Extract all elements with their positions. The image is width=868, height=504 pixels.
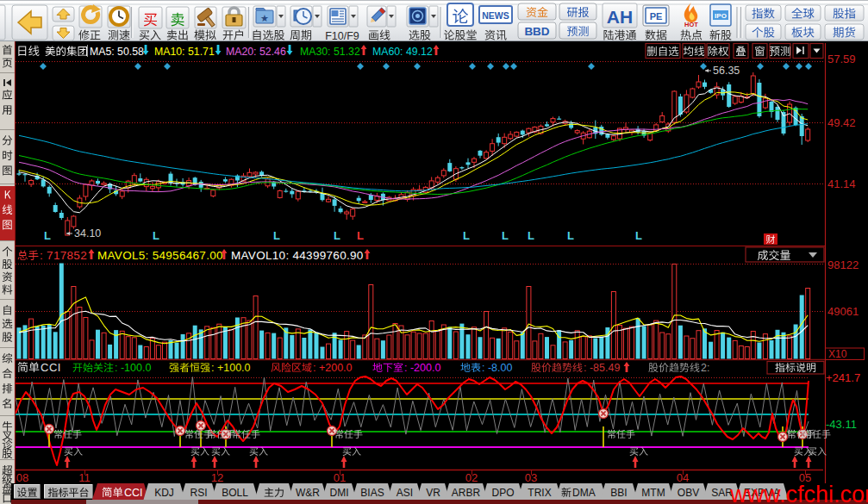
svg-text:HOT: HOT bbox=[684, 21, 698, 28]
svg-text:98122: 98122 bbox=[827, 258, 859, 271]
svg-text:CCI: CCI bbox=[124, 487, 143, 499]
svg-text:MA5: 50.58: MA5: 50.58 bbox=[90, 46, 144, 58]
svg-text:L: L bbox=[153, 229, 159, 242]
svg-text:KDJ: KDJ bbox=[154, 487, 174, 499]
svg-text:: -200.0: : -200.0 bbox=[404, 362, 440, 374]
svg-text:2:: 2: bbox=[701, 362, 709, 374]
svg-text:CCI: CCI bbox=[41, 361, 61, 374]
svg-text:L: L bbox=[273, 229, 280, 242]
svg-text:DMI: DMI bbox=[330, 487, 349, 499]
svg-text:MTM: MTM bbox=[641, 487, 665, 499]
svg-text:: 717852: : 717852 bbox=[40, 249, 87, 262]
svg-text:BBI: BBI bbox=[610, 487, 627, 499]
svg-text:: +200.0: : +200.0 bbox=[313, 362, 353, 374]
svg-text:49061: 49061 bbox=[827, 305, 859, 318]
svg-text:L: L bbox=[334, 229, 340, 242]
svg-text:L: L bbox=[528, 229, 534, 242]
svg-text:RSI: RSI bbox=[190, 487, 207, 499]
svg-text:OBV: OBV bbox=[678, 487, 699, 499]
svg-text:: +100.0: : +100.0 bbox=[211, 362, 251, 374]
svg-text:08: 08 bbox=[16, 471, 28, 484]
svg-text:VR: VR bbox=[426, 487, 440, 499]
svg-text:41.14: 41.14 bbox=[827, 177, 856, 190]
svg-text:MA60: 49.12: MA60: 49.12 bbox=[372, 46, 433, 58]
svg-text:L: L bbox=[502, 229, 509, 242]
svg-text:L: L bbox=[635, 229, 642, 242]
svg-text:MAVOL5: 54956467.00: MAVOL5: 54956467.00 bbox=[97, 249, 223, 262]
svg-text:ARBR: ARBR bbox=[452, 487, 481, 499]
svg-text:L: L bbox=[463, 229, 470, 242]
svg-text:ASI: ASI bbox=[397, 487, 413, 499]
svg-text:BIAS: BIAS bbox=[360, 487, 384, 499]
svg-text:AH: AH bbox=[607, 7, 633, 27]
svg-text:: -85.49: : -85.49 bbox=[584, 362, 620, 374]
svg-text:www.cfchi.com: www.cfchi.com bbox=[729, 482, 868, 504]
svg-text:: -8.00: : -8.00 bbox=[482, 362, 512, 374]
svg-text:X10: X10 bbox=[828, 348, 847, 360]
svg-text:PE: PE bbox=[650, 11, 663, 22]
svg-text:W&R: W&R bbox=[296, 487, 320, 499]
svg-text:IPO: IPO bbox=[715, 12, 727, 20]
svg-text:BBD: BBD bbox=[524, 25, 549, 38]
svg-text:BOLL: BOLL bbox=[222, 487, 248, 499]
svg-text:MA20: 52.46: MA20: 52.46 bbox=[226, 46, 286, 58]
svg-text:DMA: DMA bbox=[572, 487, 596, 499]
svg-text:NEWS: NEWS bbox=[482, 10, 509, 21]
svg-text:57.59: 57.59 bbox=[827, 53, 856, 65]
svg-text:56.35: 56.35 bbox=[713, 65, 740, 77]
svg-text:L: L bbox=[44, 229, 51, 242]
svg-text:L: L bbox=[567, 229, 574, 242]
svg-text:L: L bbox=[357, 229, 364, 242]
svg-text:★: ★ bbox=[260, 13, 269, 23]
svg-text:-43.11: -43.11 bbox=[826, 418, 857, 431]
svg-text:: -100.0: : -100.0 bbox=[115, 362, 151, 374]
svg-text:DPO: DPO bbox=[491, 487, 514, 499]
svg-text:MA10: 51.71: MA10: 51.71 bbox=[154, 46, 215, 58]
svg-text:MA30: 51.32: MA30: 51.32 bbox=[300, 46, 360, 58]
svg-text:F10/F9: F10/F9 bbox=[325, 30, 359, 42]
svg-text:49.42: 49.42 bbox=[827, 116, 856, 129]
svg-text:+241.7: +241.7 bbox=[826, 371, 860, 384]
svg-text:34.10: 34.10 bbox=[74, 227, 101, 240]
svg-text:TRIX: TRIX bbox=[528, 487, 551, 499]
svg-text:MAVOL10: 44399760.90: MAVOL10: 44399760.90 bbox=[231, 249, 364, 262]
